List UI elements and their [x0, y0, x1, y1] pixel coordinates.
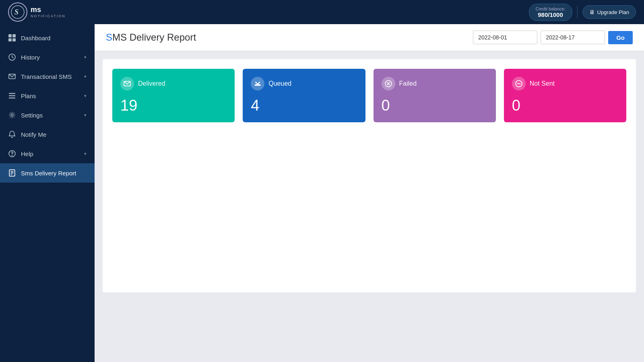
delivered-label: Delivered: [138, 80, 165, 87]
page-title-rest: MS Delivery Report: [112, 32, 196, 43]
svg-point-13: [12, 155, 12, 156]
stats-grid: Delivered 19 Queued 4: [112, 69, 626, 122]
sidebar-label-settings: Settings: [21, 112, 43, 119]
delivered-icon: [120, 77, 134, 90]
sidebar-item-plans[interactable]: Plans ▾: [0, 86, 95, 105]
logo-text: ms NOTIFICATION: [31, 6, 66, 19]
stat-card-failed-header: Failed: [382, 77, 488, 90]
sidebar-label-transactional-sms: Transactional SMS: [21, 73, 72, 80]
header-divider: [577, 6, 578, 18]
not-sent-count: 0: [512, 97, 618, 114]
not-sent-icon: [512, 77, 526, 90]
logo: S ms NOTIFICATION: [8, 2, 66, 22]
stat-card-queued-header: Queued: [251, 77, 357, 90]
svg-rect-19: [255, 84, 261, 85]
stat-card-delivered-header: Delivered: [120, 77, 227, 90]
svg-rect-3: [12, 34, 16, 37]
failed-count: 0: [382, 97, 488, 114]
sidebar-label-help: Help: [21, 150, 33, 157]
sidebar-item-help[interactable]: Help ▾: [0, 144, 95, 163]
svg-text:S: S: [14, 8, 19, 16]
settings-icon: [8, 111, 16, 119]
svg-rect-10: [9, 98, 15, 99]
content-area: Delivered 19 Queued 4: [95, 51, 644, 362]
svg-rect-2: [8, 34, 12, 37]
credit-balance: Credit balance: 980/1000: [529, 4, 572, 21]
sms-delivery-report-icon: [8, 169, 16, 177]
sidebar-item-settings[interactable]: Settings ▾: [0, 105, 95, 125]
svg-point-11: [11, 114, 13, 116]
stat-card-queued: Queued 4: [243, 69, 365, 122]
sidebar-label-plans: Plans: [21, 93, 36, 99]
queued-count: 4: [251, 97, 357, 114]
dashboard-icon: [8, 34, 16, 42]
history-chevron-icon: ▾: [84, 55, 87, 60]
delivered-count: 19: [120, 97, 227, 114]
page-title: SMS Delivery Report: [106, 32, 196, 43]
transactional-sms-icon: [8, 72, 16, 80]
sidebar-item-dashboard[interactable]: Dashboard: [0, 28, 95, 47]
plans-icon: [8, 92, 16, 100]
sidebar-label-history: History: [21, 54, 40, 61]
not-sent-label: Not Sent: [530, 80, 555, 87]
svg-rect-8: [9, 93, 15, 94]
notify-me-icon: [8, 130, 16, 138]
svg-rect-5: [12, 38, 16, 41]
sidebar-item-history[interactable]: History ▾: [0, 47, 95, 67]
svg-rect-9: [9, 95, 15, 96]
upgrade-plan-button[interactable]: 🖥 Upgrade Plan: [582, 5, 636, 19]
failed-icon: [382, 77, 395, 90]
stat-card-not-sent-header: Not Sent: [512, 77, 618, 90]
queued-label: Queued: [268, 80, 291, 87]
date-from-input[interactable]: [473, 31, 537, 44]
page-title-accent: S: [106, 32, 112, 43]
plans-chevron-icon: ▾: [84, 93, 87, 99]
sidebar-item-sms-delivery-report[interactable]: Sms Delivery Report: [0, 163, 95, 183]
queued-icon: [251, 77, 264, 90]
stat-card-failed: Failed 0: [374, 69, 496, 122]
sidebar-item-transactional-sms[interactable]: Transactional SMS ▾: [0, 67, 95, 86]
help-icon: [8, 150, 16, 158]
app-layout: Dashboard History ▾ Transactional SMS ▾: [0, 24, 644, 362]
date-filters: Go: [473, 31, 633, 44]
header-actions: Credit balance: 980/1000 🖥 Upgrade Plan: [529, 4, 636, 21]
go-button[interactable]: Go: [608, 31, 633, 44]
top-bar: SMS Delivery Report Go: [95, 24, 644, 51]
app-header: S ms NOTIFICATION Credit balance: 980/10…: [0, 0, 644, 24]
sidebar-label-notify-me: Notify Me: [21, 131, 46, 138]
stat-card-delivered: Delivered 19: [112, 69, 235, 122]
failed-label: Failed: [399, 80, 417, 87]
help-chevron-icon: ▾: [84, 151, 87, 156]
main-content: SMS Delivery Report Go Delivered: [95, 24, 644, 362]
sidebar-item-notify-me[interactable]: Notify Me: [0, 125, 95, 144]
date-to-input[interactable]: [541, 31, 605, 44]
content-card: Delivered 19 Queued 4: [103, 59, 636, 292]
logo-icon: S: [8, 2, 27, 22]
history-icon: [8, 53, 16, 61]
sidebar-label-sms-delivery-report: Sms Delivery Report: [21, 170, 76, 177]
svg-rect-4: [8, 38, 12, 41]
upgrade-icon: 🖥: [589, 9, 595, 15]
stat-card-not-sent: Not Sent 0: [504, 69, 626, 122]
settings-chevron-icon: ▾: [84, 113, 87, 118]
sidebar-label-dashboard: Dashboard: [21, 35, 50, 41]
transactional-sms-chevron-icon: ▾: [84, 74, 87, 79]
sidebar: Dashboard History ▾ Transactional SMS ▾: [0, 24, 95, 362]
